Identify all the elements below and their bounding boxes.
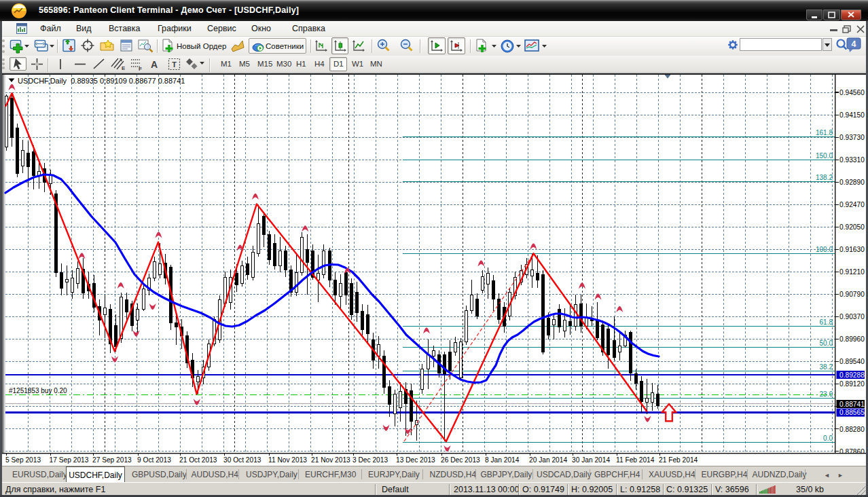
svg-text:0.92470: 0.92470: [839, 201, 865, 208]
svg-text:0.92890: 0.92890: [839, 179, 865, 186]
svg-text:8 Jan 2014: 8 Jan 2014: [485, 456, 520, 464]
svg-text:USDCHF,Daily 0.88935 0.89109: USDCHF,Daily 0.88935 0.89109 0.88677 0.8…: [18, 77, 185, 85]
svg-text:E: E: [122, 65, 125, 71]
svg-text:0.90370: 0.90370: [839, 313, 865, 320]
svg-text:150.0: 150.0: [816, 152, 833, 160]
svg-text:0.94150: 0.94150: [839, 111, 865, 119]
svg-text:13 Dec 2013: 13 Dec 2013: [396, 456, 435, 464]
svg-text:0.0: 0.0: [823, 435, 833, 442]
svg-text:38.2: 38.2: [820, 363, 833, 371]
svg-text:0.88280: 0.88280: [839, 426, 865, 433]
svg-text:0.93310: 0.93310: [839, 156, 865, 164]
svg-text:61.8: 61.8: [820, 318, 833, 326]
svg-text:26 Dec 2013: 26 Dec 2013: [441, 456, 480, 464]
svg-text:0.89960: 0.89960: [839, 335, 865, 343]
svg-text:#1251853 buy 0.20: #1251853 buy 0.20: [9, 387, 67, 394]
svg-text:T: T: [172, 60, 177, 69]
svg-text:11 Feb 2014: 11 Feb 2014: [616, 456, 655, 464]
svg-text:11 Nov 2013: 11 Nov 2013: [268, 456, 307, 464]
svg-text:30 Oct 2013: 30 Oct 2013: [223, 456, 261, 464]
svg-text:0.88565: 0.88565: [839, 409, 865, 416]
svg-text:138.2: 138.2: [816, 174, 833, 181]
svg-text:F: F: [139, 66, 142, 71]
svg-text:0.89540: 0.89540: [839, 358, 865, 365]
svg-text:3 Dec 2013: 3 Dec 2013: [352, 456, 388, 464]
svg-text:21 Nov 2013: 21 Nov 2013: [311, 456, 350, 464]
svg-text:4: 4: [852, 39, 856, 49]
svg-text:0.94560: 0.94560: [839, 89, 865, 96]
svg-text:0.92050: 0.92050: [839, 223, 865, 231]
svg-text:161.8: 161.8: [816, 129, 833, 136]
svg-text:0.89120: 0.89120: [839, 380, 865, 388]
svg-text:100.0: 100.0: [816, 246, 833, 253]
svg-text:9 Oct 2013: 9 Oct 2013: [137, 456, 171, 464]
svg-text:0.91630: 0.91630: [839, 246, 865, 253]
svg-text:0.90790: 0.90790: [839, 291, 865, 298]
svg-text:0.89288: 0.89288: [839, 371, 865, 379]
svg-text:21 Feb 2014: 21 Feb 2014: [659, 456, 698, 464]
svg-text:21 Oct 2013: 21 Oct 2013: [179, 456, 217, 464]
svg-text:0.88741: 0.88741: [839, 401, 865, 408]
svg-text:17 Sep 2013: 17 Sep 2013: [50, 456, 89, 464]
svg-text:0.91210: 0.91210: [839, 268, 865, 276]
svg-text:0.93730: 0.93730: [839, 134, 865, 141]
svg-text:30 Jan 2014: 30 Jan 2014: [572, 456, 610, 464]
svg-text:27 Sep 2013: 27 Sep 2013: [92, 456, 132, 464]
svg-text:20 Jan 2014: 20 Jan 2014: [529, 456, 567, 464]
svg-text:5 Sep 2013: 5 Sep 2013: [5, 456, 41, 464]
svg-text:50.0: 50.0: [820, 339, 833, 347]
